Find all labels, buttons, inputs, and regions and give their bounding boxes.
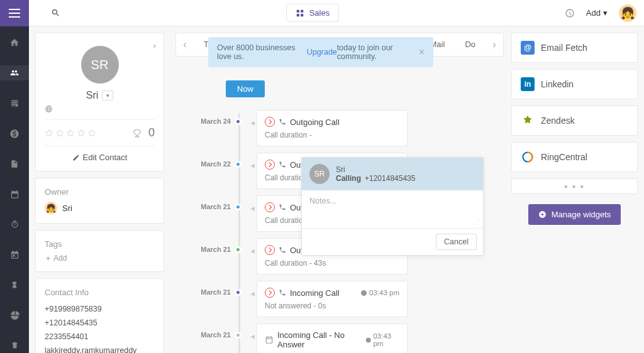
nav-companies[interactable] xyxy=(0,95,29,111)
search-button[interactable] xyxy=(29,8,60,18)
timeline-date: March 21 xyxy=(201,323,231,339)
timeline-date: March 22 xyxy=(201,153,231,168)
profile-avatar: SR xyxy=(81,46,119,84)
trophy-icon xyxy=(132,128,142,138)
call-popup-number: +12014845435 xyxy=(365,174,415,183)
timeline-row: March 21◂Incoming Call 03:43 pmNot answe… xyxy=(201,281,504,317)
timeline-panel: ‹ Time s Mail Do › Over 8000 businesses … xyxy=(170,26,509,353)
contact-info-item[interactable]: +919989875839 xyxy=(45,302,155,316)
widget-linkedin[interactable]: inLinkedin xyxy=(511,69,638,99)
tags-label: Tags xyxy=(45,239,155,249)
widget-label: Linkedin xyxy=(541,79,574,89)
timeline-card-arrow: ◂ xyxy=(248,153,257,170)
call-popup: SR Sri Calling+12014845435 Notes... ⋰ Ca… xyxy=(301,157,484,256)
timeline-date: March 24 xyxy=(201,110,231,125)
call-notes-input[interactable]: Notes... ⋰ xyxy=(302,190,483,228)
rating-stars[interactable] xyxy=(45,129,96,138)
widget-label: RingCentral xyxy=(541,152,587,162)
email-icon: @ xyxy=(521,41,535,55)
tab-documents[interactable]: Do xyxy=(455,33,486,57)
timeline-dot xyxy=(235,246,242,253)
tab-scroll-left[interactable]: ‹ xyxy=(176,39,194,50)
timeline-card-arrow: ◂ xyxy=(248,110,257,128)
widget-ringcentral[interactable]: RingCentral xyxy=(511,142,638,172)
call-direction-icon xyxy=(265,245,275,255)
tab-scroll-right[interactable]: › xyxy=(486,39,503,50)
contact-sidebar: › SR Sri ▾ 0 xyxy=(29,26,170,353)
call-direction-icon xyxy=(265,202,275,212)
zendesk-icon xyxy=(521,114,535,128)
activity-icon[interactable] xyxy=(565,8,575,18)
caret-down-icon: ▾ xyxy=(603,8,608,18)
resize-handle-icon[interactable]: ⋰ xyxy=(474,219,480,225)
timeline-title: Incoming Call xyxy=(290,288,340,298)
add-tag-button[interactable]: Add xyxy=(45,254,155,263)
call-popup-avatar: SR xyxy=(309,164,330,184)
widget-zendesk[interactable]: Zendesk xyxy=(511,106,638,136)
nav-reports[interactable] xyxy=(0,308,29,323)
widget-label: Email Fetch xyxy=(541,43,587,53)
call-popup-status: Calling xyxy=(336,174,361,183)
svg-rect-0 xyxy=(9,9,20,10)
nav-tags[interactable] xyxy=(0,278,29,293)
globe-icon[interactable] xyxy=(45,105,155,113)
top-bar: Sales Add ▾ 👧 xyxy=(0,0,644,26)
contact-info-item[interactable]: +12014845435 xyxy=(45,316,155,330)
timeline-card[interactable]: Incoming Call 03:43 pmNot answered - 0s xyxy=(257,281,408,317)
manage-widgets-button[interactable]: Manage widgets xyxy=(528,204,621,225)
hamburger-menu[interactable] xyxy=(0,0,29,26)
nav-contacts[interactable] xyxy=(0,65,29,80)
module-label: Sales xyxy=(309,8,330,18)
timeline-sub: Call duration - 43s xyxy=(265,259,399,268)
svg-rect-3 xyxy=(296,9,299,12)
add-button[interactable]: Add ▾ xyxy=(586,8,608,18)
tags-card: Tags Add xyxy=(35,230,164,272)
timeline-dot xyxy=(235,118,242,125)
timeline-title: Outgoing Call xyxy=(290,117,340,127)
call-popup-name: Sri xyxy=(336,165,415,174)
svg-rect-1 xyxy=(9,13,20,14)
module-selector[interactable]: Sales xyxy=(286,4,340,22)
cancel-button[interactable]: Cancel xyxy=(436,234,477,250)
timeline-date: March 21 xyxy=(201,195,231,210)
timeline-card-arrow: ◂ xyxy=(248,195,257,213)
widget-label: Zendesk xyxy=(541,116,575,126)
widget-dots[interactable]: ● ● ● xyxy=(511,178,638,194)
edit-contact-button[interactable]: Edit Contact xyxy=(45,146,155,162)
nav-timer[interactable] xyxy=(0,217,29,232)
linkedin-icon: in xyxy=(521,77,535,91)
left-nav xyxy=(0,26,29,353)
profile-dropdown[interactable]: ▾ xyxy=(102,90,113,100)
timeline-card-arrow: ◂ xyxy=(248,281,257,298)
owner-avatar: 👧 xyxy=(45,202,57,214)
nav-calendar[interactable] xyxy=(0,187,29,202)
profile-card: › SR Sri ▾ 0 xyxy=(35,33,164,171)
calendar-icon xyxy=(265,335,274,344)
timeline-card[interactable]: Incoming Call - No Answer 03:43 pm xyxy=(257,323,408,353)
contact-info-label: Contact Info xyxy=(45,288,155,297)
timeline-card-arrow: ◂ xyxy=(248,238,257,256)
score-value: 0 xyxy=(148,126,155,139)
owner-label: Owner xyxy=(45,187,155,197)
contact-info-card: Contact Info +919989875839+1201484543522… xyxy=(35,278,164,353)
call-direction-icon xyxy=(265,117,275,127)
timeline-title: Incoming Call - No Answer xyxy=(277,330,362,349)
user-avatar[interactable]: 👧 xyxy=(619,4,636,22)
nav-events[interactable] xyxy=(0,247,29,262)
upgrade-link[interactable]: Upgrade xyxy=(307,48,337,57)
timeline-date: March 21 xyxy=(201,238,231,253)
timeline-card[interactable]: Outgoing CallCall duration - xyxy=(257,110,408,146)
contact-info-item[interactable]: 2233554401 xyxy=(45,330,155,344)
nav-deals[interactable] xyxy=(0,126,29,141)
nav-home[interactable] xyxy=(0,35,29,50)
contact-info-item[interactable]: lakkireddy.ramkumarreddy xyxy=(45,344,155,353)
nav-documents[interactable] xyxy=(0,156,29,171)
timeline-sub: Not answered - 0s xyxy=(265,301,399,310)
nav-trash[interactable] xyxy=(0,338,29,353)
phone-icon xyxy=(279,289,286,296)
banner-close[interactable]: × xyxy=(419,46,425,58)
widget-email[interactable]: @Email Fetch xyxy=(511,33,638,63)
chevron-right-icon[interactable]: › xyxy=(153,41,156,50)
ringcentral-icon xyxy=(521,150,535,164)
now-badge: Now xyxy=(226,80,265,97)
